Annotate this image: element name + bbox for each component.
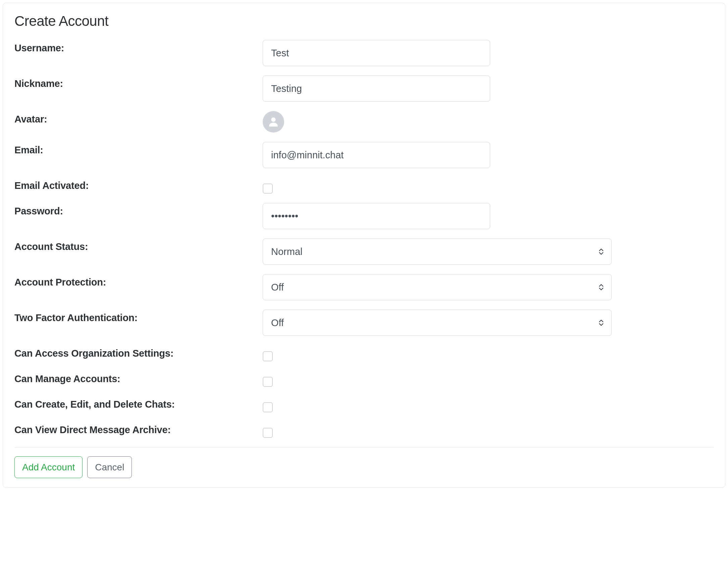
add-account-button[interactable]: Add Account [14, 456, 83, 478]
username-row: Username: [14, 40, 714, 66]
password-label: Password: [14, 203, 263, 217]
divider [14, 447, 714, 448]
can-view-dm-archive-label: Can View Direct Message Archive: [14, 422, 263, 435]
avatar-label: Avatar: [14, 111, 263, 125]
email-label: Email: [14, 142, 263, 156]
can-create-chats-label: Can Create, Edit, and Delete Chats: [14, 396, 263, 410]
page-title: Create Account [14, 13, 714, 29]
avatar-upload[interactable] [263, 111, 284, 133]
person-icon [267, 115, 280, 128]
email-activated-row: Email Activated: [14, 177, 714, 194]
button-row: Add Account Cancel [14, 456, 714, 478]
account-status-select[interactable]: Normal [263, 239, 612, 265]
nickname-input[interactable] [263, 75, 490, 102]
can-access-org-row: Can Access Organization Settings: [14, 345, 714, 361]
username-input[interactable] [263, 40, 490, 66]
two-factor-row: Two Factor Authentication: Off [14, 310, 714, 336]
email-input[interactable] [263, 142, 490, 168]
can-create-chats-checkbox[interactable] [263, 402, 273, 412]
two-factor-select[interactable]: Off [263, 310, 612, 336]
can-manage-accounts-checkbox[interactable] [263, 377, 273, 387]
password-row: Password: [14, 203, 714, 229]
can-create-chats-row: Can Create, Edit, and Delete Chats: [14, 396, 714, 412]
can-access-org-checkbox[interactable] [263, 351, 273, 361]
email-row: Email: [14, 142, 714, 168]
can-view-dm-archive-checkbox[interactable] [263, 428, 273, 438]
account-protection-select[interactable]: Off [263, 274, 612, 300]
can-manage-accounts-row: Can Manage Accounts: [14, 371, 714, 387]
username-label: Username: [14, 40, 263, 54]
svg-point-0 [271, 117, 275, 122]
cancel-button[interactable]: Cancel [87, 456, 132, 478]
nickname-label: Nickname: [14, 75, 263, 89]
nickname-row: Nickname: [14, 75, 714, 102]
account-status-row: Account Status: Normal [14, 239, 714, 265]
account-protection-label: Account Protection: [14, 274, 263, 288]
email-activated-label: Email Activated: [14, 177, 263, 191]
can-manage-accounts-label: Can Manage Accounts: [14, 371, 263, 384]
can-view-dm-archive-row: Can View Direct Message Archive: [14, 422, 714, 438]
password-input[interactable] [263, 203, 490, 229]
account-status-label: Account Status: [14, 239, 263, 252]
can-access-org-label: Can Access Organization Settings: [14, 345, 263, 359]
create-account-card: Create Account Username: Nickname: Avata… [3, 3, 725, 488]
avatar-row: Avatar: [14, 111, 714, 133]
two-factor-label: Two Factor Authentication: [14, 310, 263, 323]
account-protection-row: Account Protection: Off [14, 274, 714, 300]
email-activated-checkbox[interactable] [263, 184, 273, 194]
